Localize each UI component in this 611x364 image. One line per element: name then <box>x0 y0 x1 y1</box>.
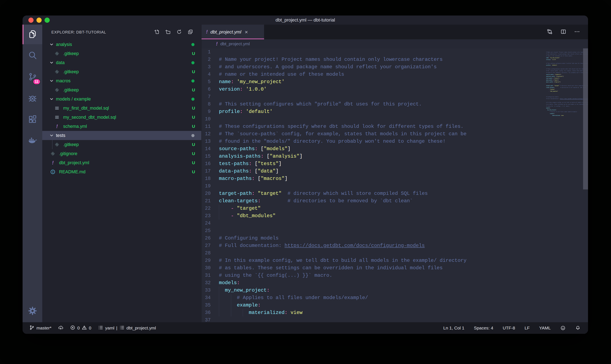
code-line-13: 13# found in the "models/" directory. Yo… <box>202 138 533 145</box>
language-mode-item[interactable]: YAML <box>539 325 551 330</box>
activity-settings-button[interactable] <box>23 301 42 321</box>
code-line-35: example: <box>538 113 582 115</box>
activity-debug-button[interactable] <box>23 89 42 108</box>
code-editor[interactable]: 12# Name your project! Project names sho… <box>202 48 588 322</box>
git-file-icon <box>54 88 60 92</box>
tree-item-label: tests <box>56 133 191 138</box>
code-line-28 <box>538 100 582 102</box>
code-line-31: 31# using the `{{ config(...) }}` macro. <box>202 272 533 279</box>
code-line-30: # as tables. These settings can be overr… <box>538 104 582 105</box>
tree-item-dbt-project-yml[interactable]: !dbt_project.ymlU <box>42 158 201 167</box>
git-untracked-badge: U <box>192 106 195 111</box>
cursor-position-item[interactable]: Ln 1, Col 1 <box>443 325 464 330</box>
tree-item--gitignore[interactable]: .gitignoreU <box>42 149 201 158</box>
editor-scrollbar[interactable] <box>583 48 588 189</box>
tree-item-tests[interactable]: tests <box>42 131 201 140</box>
minimize-window-button[interactable] <box>36 18 42 23</box>
refresh-icon[interactable] <box>177 29 182 35</box>
line-number: 30 <box>202 264 211 272</box>
code-line-32: 32models: <box>202 279 533 287</box>
more-actions-icon[interactable] <box>574 28 580 36</box>
line-number: 22 <box>202 205 211 212</box>
close-window-button[interactable] <box>28 18 34 23</box>
tree-item--gitkeep[interactable]: .gitkeepU <box>42 67 201 76</box>
encoding-item[interactable]: UTF-8 <box>503 325 515 330</box>
activity-extensions-button[interactable] <box>23 110 42 130</box>
notifications-bell-icon[interactable] <box>575 325 581 331</box>
tree-item-analysis[interactable]: analysis <box>42 40 201 49</box>
line-number: 31 <box>202 272 211 279</box>
code-line-13: # found in the "models/" directory. You … <box>538 72 582 74</box>
line-number: 2 <box>202 56 211 63</box>
maximize-window-button[interactable] <box>44 18 50 23</box>
git-untracked-badge: U <box>192 69 195 74</box>
new-file-icon[interactable] <box>154 29 159 35</box>
code-area[interactable]: 12# Name your project! Project names sho… <box>202 48 533 322</box>
list-selection-icon <box>119 325 125 331</box>
file-indicator-label: dbt_project.yml <box>126 325 156 330</box>
code-line-32: models: <box>538 107 582 109</box>
split-editor-icon[interactable] <box>560 28 567 36</box>
branch-label: master* <box>36 325 51 330</box>
tab-dbt-project-yml[interactable]: ! dbt_project.yml × <box>202 25 264 39</box>
activity-search-button[interactable] <box>23 46 42 65</box>
code-line-2: # Name your project! Project names shoul… <box>538 52 582 53</box>
code-line-11: # These configurations specify where dbt… <box>538 68 582 70</box>
sync-item[interactable] <box>58 325 63 331</box>
tree-item--gitkeep[interactable]: .gitkeepU <box>42 49 201 58</box>
line-number: 21 <box>202 197 211 205</box>
activity-docker-button[interactable] <box>23 131 42 151</box>
collapse-all-icon[interactable] <box>188 29 193 35</box>
tree-item-my-second-dbt-model-sql[interactable]: my_second_dbt_model.sqlU <box>42 113 201 122</box>
code-line-22: - "target" <box>538 89 582 91</box>
pipe-separator: | <box>116 325 117 330</box>
close-tab-icon[interactable]: × <box>245 29 248 35</box>
tree-item-readme-md[interactable]: README.mdU <box>42 167 201 176</box>
tree-item-label: data <box>56 60 191 65</box>
info-file-icon <box>50 169 56 174</box>
code-line-14: 14source-paths: ["models"] <box>202 145 533 153</box>
tree-item-data[interactable]: data <box>42 58 201 67</box>
open-changes-icon[interactable] <box>547 28 553 36</box>
dbt-lang-item[interactable]: yaml | dbt_project.yml <box>98 325 156 331</box>
indentation-item[interactable]: Spaces: 4 <box>474 325 493 330</box>
tree-item-label: macros <box>56 78 191 84</box>
folder-changes-dot <box>191 79 194 82</box>
line-number: 35 <box>202 301 211 309</box>
breadcrumb[interactable]: ! dbt_project.yml <box>202 39 588 48</box>
git-file-icon <box>54 142 60 147</box>
eol-item[interactable]: LF <box>525 325 530 330</box>
tree-item-label: my_second_dbt_model.sql <box>63 115 192 120</box>
line-number: 4 <box>202 71 211 78</box>
new-folder-icon[interactable] <box>165 29 171 35</box>
activity-explorer-button[interactable] <box>23 25 42 44</box>
minimap[interactable]: # Name your project! Project names shoul… <box>536 50 582 118</box>
desktop: dbt_project.yml — dbt-tutorial 11 <box>0 0 611 364</box>
code-line-16: 16test-paths: ["tests"] <box>202 160 533 168</box>
tree-item-models-example[interactable]: models / example <box>42 94 201 104</box>
tree-item-macros[interactable]: macros <box>42 76 201 85</box>
problems-item[interactable]: 0 0 <box>70 325 91 331</box>
chevron-down-icon <box>49 133 54 138</box>
tree-item-label: README.md <box>59 169 192 175</box>
code-line-8: 8# This setting configures which "profil… <box>202 101 533 108</box>
git-branch-item[interactable]: master* <box>29 325 51 331</box>
code-line-23: 23 - "dbt_modules" <box>202 212 533 220</box>
code-line-27: # Full documentation: https://docs.getdb… <box>538 98 582 100</box>
feedback-smiley-icon[interactable] <box>560 325 566 331</box>
code-line-37: 37 <box>202 316 533 322</box>
tree-item--gitkeep[interactable]: .gitkeepU <box>42 140 201 149</box>
line-number: 16 <box>202 160 211 168</box>
file-tree: analysis.gitkeepUdata.gitkeepUmacros.git… <box>42 40 201 322</box>
gear-icon <box>28 306 37 316</box>
code-line-21: 21clean-targets: # directories to be rem… <box>202 197 533 205</box>
tree-item-schema-yml[interactable]: !schema.ymlU <box>42 122 201 131</box>
breadcrumb-file[interactable]: dbt_project.yml <box>220 41 250 46</box>
code-line-36: 36 materialized: view <box>202 309 533 316</box>
tree-item--gitkeep[interactable]: .gitkeepU <box>42 85 201 94</box>
tree-item-my-first-dbt-model-sql[interactable]: my_first_dbt_model.sqlU <box>42 104 201 113</box>
code-line-7: 7 <box>202 93 533 101</box>
git-untracked-badge: U <box>192 169 195 174</box>
code-line-1 <box>538 50 582 52</box>
activity-source-control-button[interactable]: 11 <box>23 67 42 87</box>
